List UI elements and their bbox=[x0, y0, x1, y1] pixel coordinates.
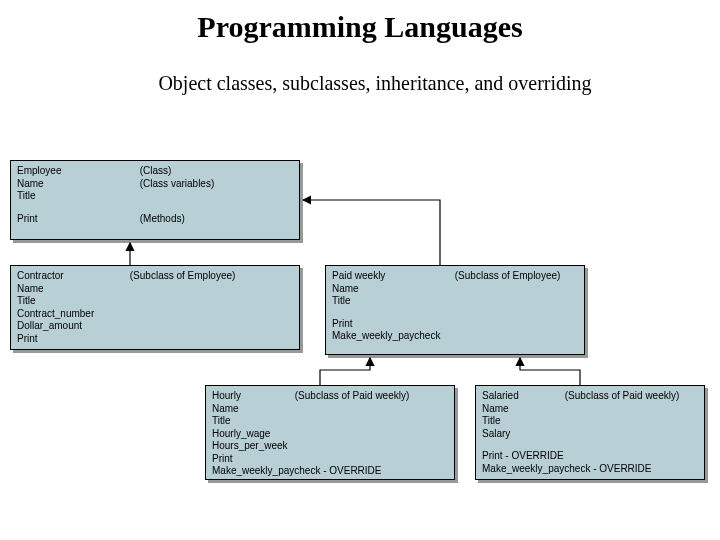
label: Title bbox=[212, 415, 292, 428]
label: Dollar_amount bbox=[17, 320, 117, 333]
label: Name bbox=[17, 283, 117, 296]
label: Name bbox=[212, 403, 292, 416]
label: (Subclass of Employee) bbox=[455, 270, 561, 283]
label: Title bbox=[332, 295, 442, 308]
label: (Methods) bbox=[140, 213, 185, 226]
label: Contractor bbox=[17, 270, 117, 283]
label: (Subclass of Paid weekly) bbox=[295, 390, 410, 403]
label: (Subclass of Employee) bbox=[130, 270, 236, 283]
label: Print - OVERRIDE bbox=[482, 450, 698, 463]
class-box-hourly: Hourly Name Title Hourly_wage Hours_per_… bbox=[205, 385, 455, 480]
label: Print bbox=[212, 453, 292, 466]
label: Print bbox=[17, 333, 117, 346]
label: (Class variables) bbox=[140, 178, 214, 191]
label: Salary bbox=[482, 428, 552, 441]
label: Title bbox=[482, 415, 552, 428]
label: Hours_per_week bbox=[212, 440, 292, 453]
label: Paid weekly bbox=[332, 270, 442, 283]
diagram-canvas: Employee Name Title (Class) (Class varia… bbox=[0, 0, 720, 540]
label: Hourly_wage bbox=[212, 428, 292, 441]
label: Print bbox=[17, 213, 107, 226]
class-box-paidweekly: Paid weekly Name Title (Subclass of Empl… bbox=[325, 265, 585, 355]
label: Print bbox=[332, 318, 578, 331]
label: Make_weekly_paycheck - OVERRIDE bbox=[212, 465, 412, 478]
label: Name bbox=[332, 283, 442, 296]
label: Title bbox=[17, 295, 117, 308]
label: Make_weekly_paycheck - OVERRIDE bbox=[482, 463, 698, 476]
label: (Class) bbox=[140, 165, 214, 178]
label: Make_weekly_paycheck bbox=[332, 330, 578, 343]
label: Hourly bbox=[212, 390, 292, 403]
class-box-employee: Employee Name Title (Class) (Class varia… bbox=[10, 160, 300, 240]
label: Name bbox=[17, 178, 107, 191]
label: (Subclass of Paid weekly) bbox=[565, 390, 680, 403]
label: Title bbox=[17, 190, 107, 203]
label: Name bbox=[482, 403, 552, 416]
label: Salaried bbox=[482, 390, 552, 403]
label: Employee bbox=[17, 165, 107, 178]
class-box-contractor: Contractor Name Title Contract_number Do… bbox=[10, 265, 300, 350]
label: Contract_number bbox=[17, 308, 117, 321]
class-box-salaried: Salaried Name Title Salary (Subclass of … bbox=[475, 385, 705, 480]
